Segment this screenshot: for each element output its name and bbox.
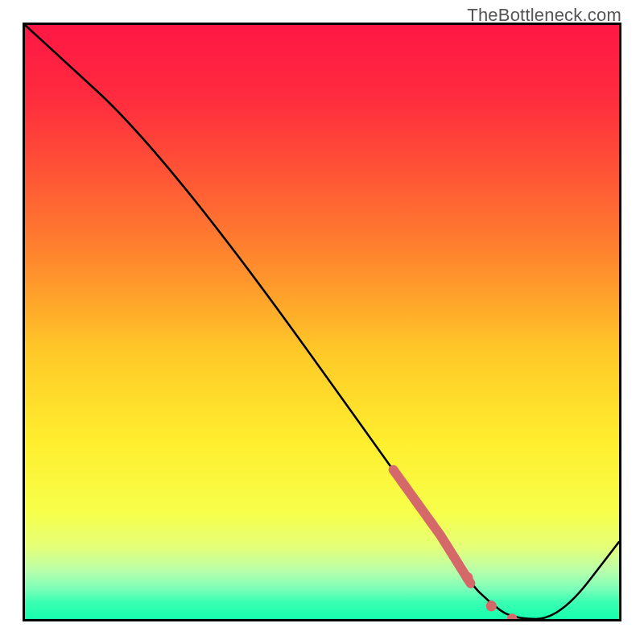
bottleneck-curve (25, 25, 619, 619)
marker-dot (462, 572, 473, 583)
bottleneck-chart: TheBottleneck.com (0, 0, 644, 644)
marker-segment (394, 470, 471, 584)
curve-layer (25, 25, 619, 619)
marker-group (394, 470, 518, 619)
plot-area (23, 23, 621, 621)
marker-dot (486, 601, 497, 611)
